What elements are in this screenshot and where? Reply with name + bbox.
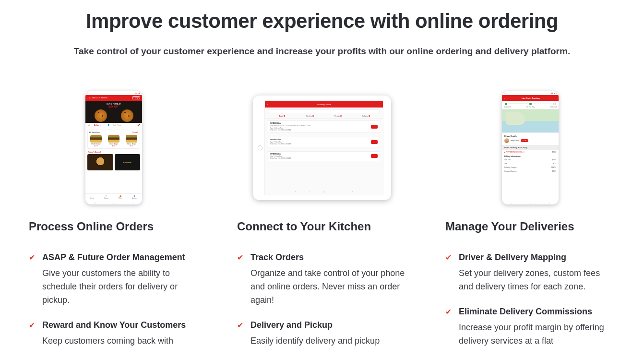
order-card: ORDER 2844 Type : Pickup Now Order Time … — [268, 151, 380, 162]
column-process-orders: ○ ○▮▮ ▲ ▮ ≡ ◎ 10650 113 St. Edmonton Cha… — [29, 90, 199, 359]
step-confirmed: Confirmed — [504, 106, 511, 108]
bill-value: $7.00 — [552, 159, 556, 161]
check-icon: ✔ — [445, 307, 453, 347]
feature-desc: Easily identify delivery and pickup — [250, 334, 380, 347]
view-all-link[interactable]: View All — [132, 132, 138, 133]
bill-label: Delivery Charges — [504, 167, 516, 168]
feature-item: ✔ Delivery and Pickup Easily identify de… — [237, 320, 407, 347]
phone-mock-ordering: ○ ○▮▮ ▲ ▮ ≡ ◎ 10650 113 St. Edmonton Cha… — [29, 90, 199, 205]
item-price: $6.25 — [107, 145, 120, 147]
check-icon: ✔ — [237, 252, 245, 307]
order-details-heading: Order Details (ORD# 2692) — [504, 147, 527, 149]
tab-pickup[interactable]: Pickup — [334, 115, 340, 117]
column-deliveries: ○ ○▮▮ ▲ ▮ ← Live Order Tracking Confirme… — [445, 90, 615, 359]
order-card: ORDER 2844 Drop Address : 10650 113 St, … — [268, 120, 380, 133]
tab-delivery[interactable]: Delivery — [362, 115, 368, 117]
nav-account[interactable]: Account — [132, 197, 137, 199]
tablet-mock-kitchen: ≡ Incoming Orders Asap Kitchen Pickup De… — [237, 90, 407, 205]
feature-title: ASAP & Future Order Management — [42, 252, 199, 263]
feature-desc: Organize and take control of your phone … — [250, 266, 407, 307]
bike-icon: 🛵 — [88, 124, 90, 126]
feature-title: Reward and Know Your Customers — [42, 320, 186, 330]
order-line: Drop Address : 10650 113 St, Edmonton, A… — [270, 125, 310, 127]
call-button[interactable]: ● Call — [521, 139, 528, 142]
feature-item: ✔ Reward and Know Your Customers Keep cu… — [29, 320, 199, 347]
feature-columns: ○ ○▮▮ ▲ ▮ ≡ ◎ 10650 113 St. Edmonton Cha… — [29, 90, 615, 359]
bill-value: $.35 — [553, 163, 556, 165]
screen-title: Live Order Tracking — [508, 97, 554, 99]
special-image-promo[interactable]: BURGER — [115, 154, 141, 170]
back-icon[interactable]: ← — [504, 96, 506, 99]
feature-desc: Keep customers coming back with — [42, 334, 186, 347]
feature-desc: Give your customers the ability to sched… — [42, 266, 199, 307]
billing-heading: Billing Information — [502, 154, 559, 158]
item-price: $4.50 — [89, 145, 103, 147]
menu-icon: ≡ — [87, 97, 88, 99]
order-line: Order Time : 5/10/2022 09:30 AM — [270, 129, 310, 131]
menu-icon[interactable]: ≡ — [267, 103, 268, 106]
driver-name: Mike Driver — [511, 140, 519, 142]
column-title: Process Online Orders — [29, 220, 199, 233]
check-icon: ✔ — [237, 320, 245, 347]
column-kitchen: ≡ Incoming Orders Asap Kitchen Pickup De… — [237, 90, 407, 359]
feature-item: ✔ Eliminate Delivery Commissions Increas… — [445, 307, 615, 347]
phone-mock-tracking: ○ ○▮▮ ▲ ▮ ← Live Order Tracking Confirme… — [445, 90, 615, 205]
nav-tracker[interactable]: Tracker — [104, 197, 108, 199]
change-button[interactable]: Change — [132, 96, 140, 99]
step-delivered: Delivered — [550, 106, 557, 108]
feature-title: Track Orders — [250, 252, 407, 263]
order-action-button[interactable] — [371, 125, 378, 129]
order-action-button[interactable] — [371, 140, 378, 144]
item-price: $4.75 — [125, 145, 138, 147]
order-item-name: PEPPERONI CHEESE x 1 — [506, 151, 525, 153]
feature-title: Delivery and Pickup — [250, 320, 380, 330]
bill-value: $0.39 — [552, 170, 556, 172]
page-headline: Improve customer experience with online … — [29, 10, 615, 33]
address-text: 10650 113 St. Edmonton — [92, 97, 107, 99]
person-icon: 👤 — [107, 124, 109, 126]
feature-title: Driver & Delivery Mapping — [459, 252, 615, 263]
order-card: ORDER 2844 Type : Pickup Now Order Time … — [268, 137, 380, 147]
bill-value: $13.99 — [551, 167, 556, 168]
order-line: Order Time : 5/10/2022 09:30 AM — [270, 157, 291, 159]
nav-home[interactable]: Home — [90, 197, 94, 199]
tab-pickup[interactable]: Self Pickup — [113, 124, 122, 126]
page-subhead: Take control of your customer experience… — [29, 46, 615, 57]
feature-desc: Increase your profit margin by offering … — [459, 321, 615, 347]
target-icon: ◎ — [89, 97, 91, 99]
map-view[interactable] — [502, 109, 559, 133]
tab-delivery[interactable]: Delivery — [94, 124, 101, 126]
tab-kitchen[interactable]: Kitchen — [306, 115, 312, 117]
special-image-burger[interactable] — [87, 154, 113, 170]
driver-heading: Driver Details — [504, 135, 556, 137]
feature-item: ✔ Driver & Delivery Mapping Set your del… — [445, 252, 615, 293]
order-item-price: $7.00 — [552, 151, 556, 153]
bill-label: Sub Total — [504, 159, 511, 161]
feature-title: Eliminate Delivery Commissions — [459, 307, 615, 317]
bill-label: Tax — [504, 163, 507, 165]
bill-label: Coupon Discount — [504, 170, 516, 172]
search-input[interactable] — [268, 109, 380, 113]
step-ontheway: On The Way — [526, 106, 535, 108]
nav-offers[interactable]: Offers — [119, 197, 122, 199]
check-icon: ✔ — [29, 252, 36, 307]
feature-desc: Set your delivery zones, custom fees and… — [459, 266, 615, 293]
column-title: Connect to Your Kitchen — [237, 220, 407, 233]
order-action-button[interactable] — [371, 154, 378, 158]
cart-icon[interactable]: 🛍 — [137, 124, 139, 126]
progress-bar — [502, 101, 559, 106]
feature-item: ✔ ASAP & Future Order Management Give yo… — [29, 252, 199, 307]
column-title: Manage Your Deliveries — [445, 220, 615, 233]
feature-item: ✔ Track Orders Organize and take control… — [237, 252, 407, 307]
order-line: Order Time : 5/10/2022 09:30 AM — [270, 143, 291, 145]
promo-discount: 50% OFF — [85, 105, 142, 108]
tablet-title: Incoming Orders — [317, 103, 331, 106]
menu-heading: All Menu Items — [89, 132, 100, 133]
avatar — [504, 138, 509, 143]
check-icon: ✔ — [445, 252, 453, 293]
pagination[interactable]: «‹1›» — [265, 189, 383, 195]
check-icon: ✔ — [29, 320, 36, 347]
tab-asap[interactable]: Asap — [279, 115, 283, 117]
